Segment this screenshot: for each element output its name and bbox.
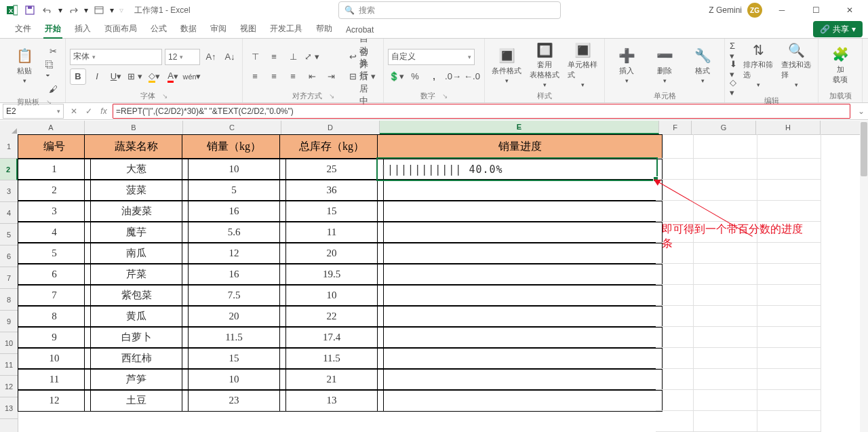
cell-blank[interactable] [688, 179, 757, 201]
cell-B12[interactable]: 芦笋 [84, 368, 189, 391]
cell-blank[interactable] [751, 179, 821, 201]
cell-blank[interactable] [751, 389, 821, 411]
user-name[interactable]: Z Gemini [709, 5, 742, 15]
cell-E13[interactable] [377, 389, 663, 412]
cell-blank[interactable] [688, 284, 757, 306]
cell-D6[interactable]: 20 [279, 242, 384, 264]
cell-A10[interactable]: 9 [18, 326, 91, 349]
format-cells-button[interactable]: 🔧格式▾ [685, 43, 720, 87]
indent-inc-icon[interactable]: ⇥ [323, 68, 339, 85]
cut-icon[interactable]: ✂ [45, 43, 61, 59]
cell-B3[interactable]: 菠菜 [84, 179, 189, 201]
shrink-font-icon[interactable]: A↓ [222, 49, 238, 65]
cell-blank[interactable] [751, 410, 821, 432]
row-header-4[interactable]: 4 [0, 202, 18, 224]
fx-icon[interactable]: fx [98, 106, 110, 116]
cell-D11[interactable]: 11.5 [279, 347, 384, 370]
format-painter-icon[interactable]: 🖌 [45, 81, 61, 97]
vertical-scrollbar[interactable] [860, 121, 868, 432]
cell-A3[interactable]: 2 [18, 179, 91, 201]
save-icon[interactable] [22, 2, 38, 18]
cell-blank[interactable] [688, 326, 757, 348]
header-cell[interactable]: 总库存（kg） [279, 134, 384, 159]
minimize-button[interactable]: ─ [768, 0, 796, 20]
find-select-button[interactable]: 🔍查找和选择▾ [778, 43, 814, 87]
name-box[interactable]: E2▾ [3, 104, 64, 119]
cell-C12[interactable]: 10 [182, 368, 286, 391]
tab-help[interactable]: 帮助 [309, 20, 339, 38]
col-header-C[interactable]: C [183, 121, 281, 134]
indent-dec-icon[interactable]: ⇤ [304, 68, 320, 85]
cell-D2[interactable]: 25 [279, 158, 384, 180]
tab-layout[interactable]: 页面布局 [98, 20, 144, 38]
col-header-B[interactable]: B [85, 121, 183, 134]
dec-decimal-icon[interactable]: ←.0 [464, 68, 480, 85]
header-cell[interactable]: 蔬菜名称 [84, 134, 189, 159]
cell-E5[interactable] [377, 221, 663, 243]
cell-A9[interactable]: 8 [18, 305, 91, 328]
undo-dropdown-icon[interactable]: ▾ [57, 2, 64, 18]
cell-E7[interactable] [377, 263, 663, 286]
row-header-5[interactable]: 5 [0, 224, 18, 246]
fill-color-icon[interactable]: ◇ ▾ [146, 68, 162, 85]
cell-C7[interactable]: 16 [182, 263, 286, 286]
excel-icon[interactable]: X [4, 2, 20, 18]
cell-E10[interactable] [377, 326, 663, 349]
cancel-formula-icon[interactable]: ✕ [68, 106, 80, 116]
row-header-3[interactable]: 3 [0, 180, 18, 202]
cell-A11[interactable]: 10 [18, 347, 91, 370]
cell-E12[interactable] [377, 368, 663, 391]
cell-C8[interactable]: 7.5 [182, 284, 286, 307]
cell-C13[interactable]: 23 [182, 389, 286, 412]
copy-icon[interactable]: ⿻ ▾ [45, 62, 61, 78]
align-bottom-icon[interactable]: ⊥ [285, 49, 301, 65]
redo-dropdown-icon[interactable]: ▾ [83, 2, 90, 18]
row-header-13[interactable]: 13 [0, 397, 18, 419]
sort-filter-button[interactable]: ⇅排序和筛选▾ [741, 43, 776, 87]
cell-E9[interactable] [377, 305, 663, 328]
align-dialog-icon[interactable]: ↘ [329, 92, 334, 100]
cell-E3[interactable] [377, 179, 663, 201]
tab-insert[interactable]: 插入 [68, 20, 98, 38]
col-header-G[interactable]: G [692, 121, 756, 134]
align-top-icon[interactable]: ⊤ [247, 49, 263, 65]
row-header-1[interactable]: 1 [0, 134, 18, 159]
cell-A8[interactable]: 7 [18, 284, 91, 307]
cell-C5[interactable]: 5.6 [182, 221, 286, 243]
cell-D4[interactable]: 15 [279, 200, 384, 222]
cell-D5[interactable]: 11 [279, 221, 384, 243]
cell-blank[interactable] [751, 158, 821, 180]
tab-formulas[interactable]: 公式 [144, 20, 174, 38]
grow-font-icon[interactable]: A↑ [203, 49, 219, 65]
comma-icon[interactable]: , [426, 68, 442, 85]
bold-button[interactable]: B [70, 68, 86, 85]
tab-acrobat[interactable]: Acrobat [339, 22, 380, 38]
border-icon[interactable]: ⊞ ▾ [127, 68, 143, 85]
number-format-combo[interactable]: 自定义▾ [388, 49, 475, 65]
cell-B11[interactable]: 西红柿 [84, 347, 189, 370]
cell-B5[interactable]: 魔芋 [84, 221, 189, 243]
inc-decimal-icon[interactable]: .0→ [445, 68, 461, 85]
tab-data[interactable]: 数据 [174, 20, 203, 38]
col-header-D[interactable]: D [281, 121, 380, 134]
cell-blank[interactable] [751, 326, 821, 348]
cell-C4[interactable]: 16 [182, 200, 286, 222]
align-center-icon[interactable]: ≡ [266, 68, 282, 85]
tab-review[interactable]: 审阅 [203, 20, 233, 38]
row-header-12[interactable]: 12 [0, 376, 18, 397]
cell-B4[interactable]: 油麦菜 [84, 200, 189, 222]
cell-B2[interactable]: 大葱 [84, 158, 189, 180]
avatar[interactable]: ZG [747, 3, 762, 18]
merge-center-button[interactable]: ⊟ 合并后居中 ▾ [346, 68, 379, 85]
header-cell[interactable]: 销量进度 [377, 134, 663, 159]
cell-C10[interactable]: 11.5 [182, 326, 286, 349]
orientation-icon[interactable]: ⤢ ▾ [304, 49, 320, 65]
row-header-6[interactable]: 6 [0, 246, 18, 267]
cell-D9[interactable]: 22 [279, 305, 384, 328]
header-cell[interactable]: 编号 [18, 134, 91, 159]
cell-blank[interactable] [751, 284, 821, 306]
tab-file[interactable]: 文件 [8, 20, 38, 38]
cell-A2[interactable]: 1 [18, 158, 91, 180]
cell-blank[interactable] [688, 347, 757, 369]
cell-E11[interactable] [377, 347, 663, 370]
